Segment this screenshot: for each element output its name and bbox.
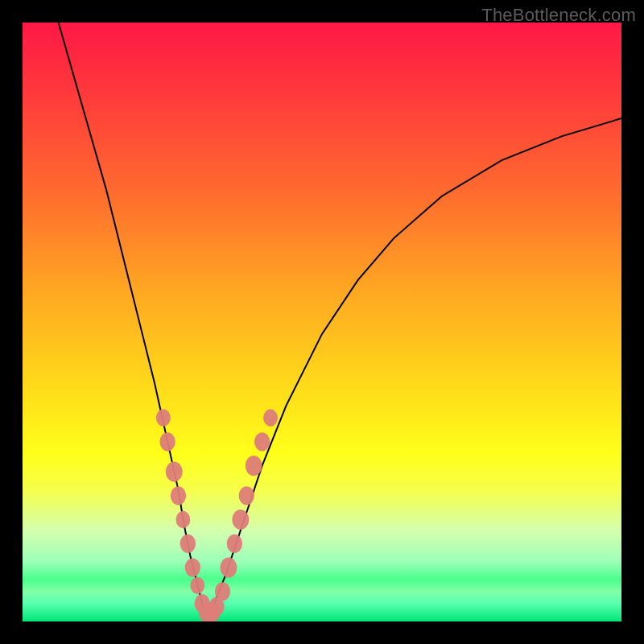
marker-bead (156, 409, 171, 426)
curve-right-branch (207, 118, 621, 616)
marker-bead (175, 511, 190, 528)
marker-bead (221, 558, 237, 578)
marker-bead (215, 582, 230, 601)
marker-bead (239, 486, 254, 505)
marker-bead (254, 432, 270, 451)
marker-bead (232, 510, 249, 530)
marker-bead (185, 558, 200, 576)
marker-bead (171, 486, 186, 505)
marker-bead (159, 432, 175, 451)
marker-bead (246, 456, 262, 476)
marker-group (156, 409, 278, 621)
marker-bead (190, 577, 204, 594)
marker-bead (166, 462, 183, 482)
marker-bead (263, 409, 278, 426)
marker-bead (180, 535, 196, 553)
chart-plot-area (23, 23, 621, 621)
marker-bead (227, 535, 242, 553)
watermark-text: TheBottleneck.com (481, 5, 636, 26)
chart-svg (23, 23, 621, 621)
